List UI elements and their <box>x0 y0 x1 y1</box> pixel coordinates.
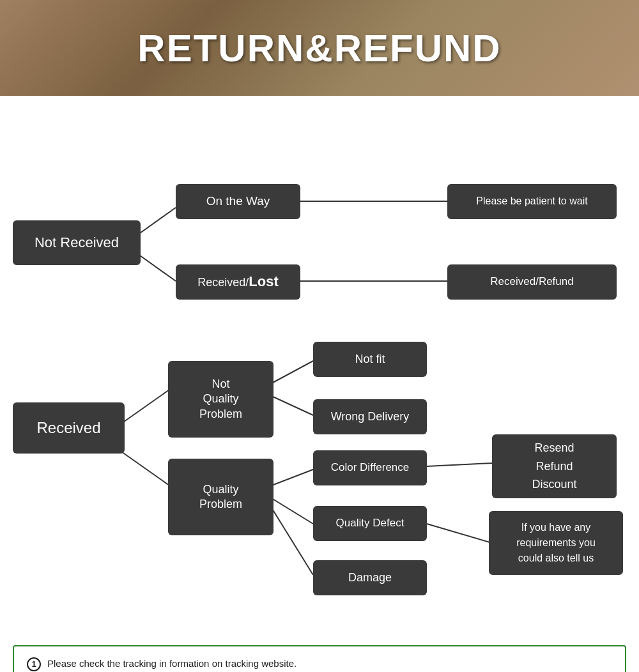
received-lost-box: Received/Lost <box>176 264 300 300</box>
svg-line-6 <box>272 361 313 383</box>
not-received-box: Not Received <box>13 220 141 265</box>
requirements-box: If you have any requirements you could a… <box>489 511 623 575</box>
flowchart: Not Received On the Way Received/Lost Pl… <box>6 109 633 632</box>
damage-box: Damage <box>313 560 427 595</box>
quality-defect-box: Quality Defect <box>313 506 427 541</box>
svg-line-8 <box>272 470 313 485</box>
quality-problem-box: Quality Problem <box>168 459 273 535</box>
color-difference-box: Color Difference <box>313 450 427 485</box>
wrong-delivery-box: Wrong Delivery <box>313 399 427 434</box>
svg-line-10 <box>272 508 313 575</box>
resend-refund-discount-box: Resend Refund Discount <box>492 434 617 498</box>
svg-line-5 <box>115 447 169 485</box>
please-wait-box: Please be patient to wait <box>447 184 617 219</box>
not-fit-box: Not fit <box>313 342 427 377</box>
header: RETURN&REFUND <box>0 0 639 96</box>
on-the-way-box: On the Way <box>176 184 300 219</box>
note-item-1: 1 Please check the tracking in formation… <box>27 657 612 671</box>
received-refund-box: Received/Refund <box>447 264 617 300</box>
received-box: Received <box>13 402 125 454</box>
svg-line-11 <box>427 463 492 466</box>
main-content: Not Received On the Way Received/Lost Pl… <box>0 96 639 672</box>
svg-line-12 <box>427 524 492 543</box>
note-num-1: 1 <box>27 657 41 671</box>
page-title: RETURN&REFUND <box>137 26 501 70</box>
not-quality-box: Not Quality Problem <box>168 361 273 438</box>
svg-line-7 <box>272 396 313 415</box>
notes-box: 1 Please check the tracking in formation… <box>13 645 626 672</box>
svg-line-9 <box>272 498 313 524</box>
